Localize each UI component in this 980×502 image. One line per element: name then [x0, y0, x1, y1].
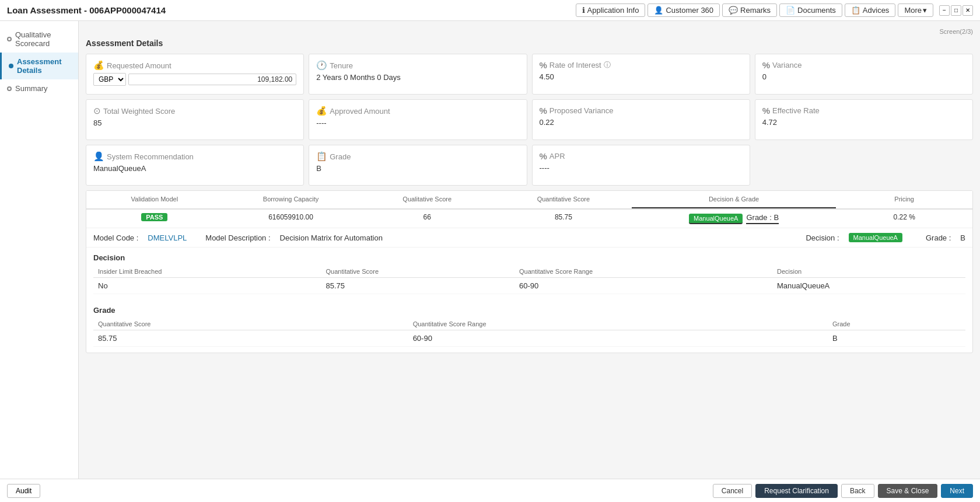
gth-score-range: Quantitative Score Range: [408, 318, 828, 330]
footer-left: Audit: [7, 484, 40, 498]
minimize-btn[interactable]: −: [939, 5, 950, 16]
dth-insider-limit: Insider Limit Breached: [93, 266, 321, 278]
customer-360-btn[interactable]: 👤 Customer 360: [648, 4, 720, 17]
empty-card-placeholder: [755, 145, 973, 186]
cancel-btn[interactable]: Cancel: [713, 484, 752, 498]
grade-value: B: [316, 164, 519, 173]
dtd-score-range: 60-90: [514, 278, 772, 294]
dth-score-range: Quantitative Score Range: [514, 266, 772, 278]
decision-value-badge: ManualQueueA: [849, 233, 902, 242]
decision-subsection: Decision Insider Limit Breached Quantita…: [86, 247, 972, 300]
sidebar-item-qualitative-scorecard[interactable]: Qualitative Scorecard: [0, 26, 78, 53]
tws-value: 85: [93, 118, 296, 127]
grade-table-row: 85.75 60-90 B: [93, 330, 965, 347]
proposed-variance-card: % Proposed Variance 0.22: [532, 99, 750, 140]
requested-amount-card: 💰 Requested Amount GBP: [86, 54, 304, 95]
wallet-icon-2: 💰: [316, 106, 327, 116]
advices-icon: 📋: [851, 6, 860, 15]
cards-row1: 💰 Requested Amount GBP 🕐 Tenure: [86, 54, 973, 95]
maximize-btn[interactable]: □: [951, 5, 961, 16]
chevron-down-icon: ▾: [923, 6, 927, 15]
grade-text: Grade : B: [746, 213, 779, 224]
info-icon: ℹ: [582, 6, 585, 15]
footer-right: Cancel Request Clarification Back Save &…: [713, 484, 973, 498]
more-btn[interactable]: More ▾: [898, 4, 933, 17]
effective-rate-card: % Effective Rate 4.72: [755, 99, 973, 140]
cards-row2: ⊙ Total Weighted Score 85 💰 Approved Amo…: [86, 99, 973, 140]
effective-rate-value: 4.72: [762, 118, 965, 127]
model-info-row: Model Code : DMELVLPL Model Description …: [86, 228, 972, 247]
nav-circle-icon: [7, 37, 12, 41]
remarks-btn[interactable]: 💬 Remarks: [722, 4, 777, 17]
table-data-row: PASS 616059910.00 66 85.75 ManualQueueA …: [86, 210, 972, 228]
amount-input[interactable]: [128, 74, 296, 85]
decision-table-row: No 85.75 60-90 ManualQueueA: [93, 278, 965, 294]
approved-amount-card: 💰 Approved Amount ----: [309, 99, 527, 140]
apr-card: % APR ----: [532, 145, 750, 186]
documents-btn[interactable]: 📄 Documents: [779, 4, 842, 17]
model-desc-label: Model Description :: [205, 233, 270, 242]
wallet-icon: 💰: [93, 60, 104, 71]
decision-table: Insider Limit Breached Quantitative Scor…: [93, 266, 965, 294]
grade-card: 📋 Grade B: [309, 145, 527, 186]
dtd-decision: ManualQueueA: [772, 278, 965, 294]
cards-row3: 👤 System Recommendation ManualQueueA 📋 G…: [86, 145, 973, 186]
next-btn[interactable]: Next: [941, 484, 973, 498]
tenure-value: 2 Years 0 Months 0 Days: [316, 73, 519, 82]
rate-label: % Rate of Interest ⓘ: [540, 60, 611, 70]
col-quantitative-score: Quantitative Score: [495, 191, 632, 208]
grade-label: 📋 Grade: [316, 151, 351, 162]
currency-select[interactable]: GBP: [93, 73, 126, 86]
audit-btn[interactable]: Audit: [7, 484, 40, 498]
close-btn[interactable]: ✕: [963, 5, 973, 16]
grade-section-label: Grade :: [926, 233, 951, 242]
val-pricing: 0.22 %: [836, 210, 972, 228]
person-icon-2: 👤: [93, 151, 104, 162]
requested-amount-input-row: GBP: [93, 73, 296, 86]
model-code-label: Model Code :: [93, 233, 138, 242]
col-borrowing-capacity: Borrowing Capacity: [223, 191, 359, 208]
clock-icon: 🕐: [316, 60, 327, 71]
rate-of-interest-card: % Rate of Interest ⓘ 4.50: [532, 54, 750, 95]
percent-icon-4: %: [762, 106, 770, 116]
apr-label: % APR: [540, 151, 565, 161]
grade-table-header: Quantitative Score Quantitative Score Ra…: [93, 318, 965, 330]
chat-icon: 💬: [729, 6, 738, 15]
dth-quant-score: Quantitative Score: [321, 266, 515, 278]
gth-grade: Grade: [828, 318, 965, 330]
col-qualitative-score: Qualitative Score: [359, 191, 495, 208]
gtd-grade: B: [828, 330, 965, 347]
approved-label: 💰 Approved Amount: [316, 106, 390, 116]
table-header-row: Validation Model Borrowing Capacity Qual…: [86, 191, 972, 210]
sys-rec-value: ManualQueueA: [93, 164, 296, 173]
sidebar-item-summary[interactable]: Summary: [0, 79, 78, 97]
application-info-btn[interactable]: ℹ Application Info: [576, 4, 646, 17]
effective-rate-label: % Effective Rate: [762, 106, 820, 116]
percent-icon: %: [540, 60, 547, 70]
approved-amount-value: ----: [316, 118, 519, 127]
save-close-btn[interactable]: Save & Close: [878, 484, 938, 498]
info-circle-icon[interactable]: ⓘ: [604, 60, 611, 70]
variance-card: % Variance 0: [755, 54, 973, 95]
tws-label: ⊙ Total Weighted Score: [93, 106, 175, 116]
model-desc-value: Decision Matrix for Automation: [280, 233, 383, 242]
request-clarification-btn[interactable]: Request Clarification: [755, 484, 838, 498]
variance-label: % Variance: [762, 60, 802, 70]
advices-btn[interactable]: 📋 Advices: [845, 4, 896, 17]
sidebar-item-assessment-details[interactable]: Assessment Details: [0, 53, 78, 79]
val-validation-model: PASS: [86, 210, 223, 228]
proposed-variance-value: 0.22: [540, 118, 743, 127]
tenure-label: 🕐 Tenure: [316, 60, 353, 71]
model-code-link[interactable]: DMELVLPL: [148, 233, 187, 242]
document-icon: 📄: [786, 6, 795, 15]
section-title: Assessment Details: [86, 39, 973, 48]
col-validation-model: Validation Model: [86, 191, 223, 208]
window-controls: − □ ✕: [939, 5, 973, 16]
back-btn[interactable]: Back: [841, 484, 874, 498]
val-borrowing-capacity: 616059910.00: [223, 210, 359, 228]
rate-of-interest-value: 4.50: [540, 72, 743, 81]
sys-rec-label: 👤 System Recommendation: [93, 151, 194, 162]
grade-subsection-title: Grade: [93, 306, 965, 315]
gth-quant-score: Quantitative Score: [93, 318, 408, 330]
main-content: Screen(2/3) Assessment Details 💰 Request…: [79, 21, 980, 479]
